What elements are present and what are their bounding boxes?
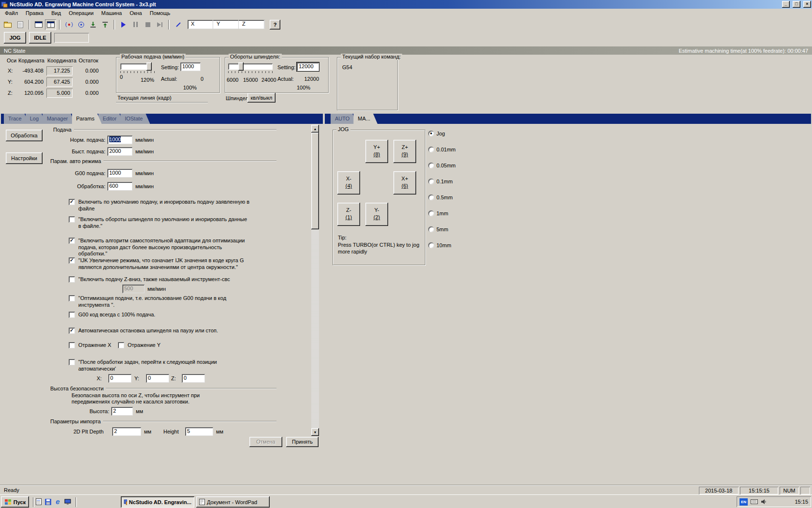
safety-height-section: Высота безопасности	[50, 386, 276, 391]
settings-params-button[interactable]: Настройки	[6, 152, 43, 164]
tab-trace[interactable]: Trace	[4, 114, 29, 124]
adaptive-algorithm-checkbox[interactable]: ✓	[69, 238, 75, 244]
normal-feed-input[interactable]: 1000	[107, 135, 132, 144]
step-option-jog[interactable]: ● Jog	[428, 131, 445, 136]
feed-slider-thumb[interactable]	[146, 62, 152, 71]
jog-y-minus-button[interactable]: Y- (2)	[365, 203, 388, 226]
jog-x-plus-button[interactable]: X+ (6)	[393, 171, 416, 194]
pos-y-input[interactable]: 0	[146, 374, 169, 383]
close-button[interactable]: ×	[803, 1, 811, 8]
axis-z-cell[interactable]: Z	[239, 20, 264, 29]
scroll-up-button[interactable]: ▲	[311, 125, 319, 133]
trace-mode-button[interactable]	[75, 19, 87, 30]
default-feed-checkbox[interactable]: ✓	[69, 199, 75, 205]
cancel-button[interactable]: Отмена	[249, 437, 282, 447]
quicklaunch-internet-button[interactable]: e	[53, 496, 62, 506]
menu-edit[interactable]: Правка	[22, 9, 47, 17]
task-wordpad-button[interactable]: Документ - WordPad	[196, 496, 270, 508]
export-button[interactable]	[14, 19, 26, 30]
ijk-increment-checkbox[interactable]: ✓	[69, 257, 75, 264]
scrollbar-thumb[interactable]	[311, 133, 319, 229]
maximize-button[interactable]: □	[793, 1, 800, 8]
step-option-005mm[interactable]: 0.05mm	[428, 163, 456, 168]
window-layout-button[interactable]	[33, 19, 44, 30]
fast-feed-input[interactable]: 2000	[107, 147, 132, 156]
axis-y-cell[interactable]: Y	[213, 20, 239, 29]
goto-next-position-checkbox[interactable]	[69, 359, 75, 365]
tab-iostate[interactable]: IOState	[120, 114, 150, 124]
safety-height-input[interactable]: 2	[111, 407, 133, 416]
stop-button[interactable]	[142, 19, 153, 30]
unload-program-button[interactable]	[100, 19, 111, 30]
default-spindle-checkbox[interactable]	[69, 216, 75, 223]
view-switch-button[interactable]	[45, 19, 56, 30]
handwheel-button[interactable]	[173, 19, 184, 30]
scrollbar-track[interactable]	[311, 133, 319, 428]
scroll-down-button[interactable]: ▼	[311, 428, 319, 436]
jog-z-plus-button[interactable]: Z+ (9)	[393, 140, 416, 163]
step-option-01mm[interactable]: 0.1mm	[428, 179, 453, 184]
step-option-10mm[interactable]: 10mm	[428, 242, 451, 248]
open-file-button[interactable]	[2, 19, 14, 30]
tab-auto[interactable]: AUTO	[331, 114, 357, 124]
minimize-button[interactable]: _	[782, 1, 790, 8]
processing-feed-input[interactable]: 600	[107, 182, 132, 191]
g00-full-feed-checkbox[interactable]	[69, 312, 75, 318]
menu-operations[interactable]: Операции	[65, 9, 97, 17]
mirror-y-checkbox[interactable]	[118, 342, 124, 348]
tab-manual[interactable]: MA...	[353, 114, 377, 124]
step-option-5mm[interactable]: 5mm	[428, 226, 448, 232]
work-coord-box[interactable]: 17.225	[46, 66, 72, 75]
zdown-feed-checkbox[interactable]	[69, 276, 75, 283]
start-button[interactable]: Пуск	[1, 496, 29, 508]
menu-help[interactable]: Помощь	[146, 9, 174, 17]
task-ncstudio-button[interactable]: NcStudio AD. Engravin...	[121, 496, 194, 508]
step-option-001mm[interactable]: 0.01mm	[428, 147, 456, 152]
pos-x-input[interactable]: 0	[108, 374, 131, 383]
demo-mode-button[interactable]	[63, 19, 74, 30]
plt-depth-input[interactable]: 2	[112, 427, 141, 436]
step-option-1mm[interactable]: 1mm	[428, 210, 448, 216]
mirror-x-checkbox[interactable]	[69, 342, 75, 348]
speaker-icon[interactable]	[761, 499, 767, 505]
idle-mode-button[interactable]: IDLE	[29, 32, 51, 44]
spindle-slider-thumb[interactable]	[238, 62, 244, 71]
apply-button[interactable]: Принять	[286, 437, 319, 447]
menu-file[interactable]: Файл	[1, 9, 22, 17]
pos-z-input[interactable]: 0	[182, 374, 205, 383]
keyboard-icon[interactable]	[751, 499, 758, 504]
auto-spindle-stop-checkbox[interactable]: ✓	[69, 328, 75, 334]
step-option-05mm[interactable]: 0.5mm	[428, 194, 453, 200]
g00-feed-input[interactable]: 1000	[107, 169, 132, 178]
start-button[interactable]	[118, 19, 129, 30]
language-indicator[interactable]: EN	[740, 498, 748, 506]
jog-x-minus-button[interactable]: X- (4)	[337, 171, 360, 194]
menu-view[interactable]: Вид	[47, 9, 65, 17]
tab-editor[interactable]: Editor	[98, 114, 124, 124]
quicklaunch-desktop-button[interactable]	[63, 497, 72, 507]
processing-params-button[interactable]: Обработка	[6, 130, 43, 141]
plt-height-input[interactable]: 5	[185, 427, 213, 436]
feed-setting-input[interactable]: 1000	[180, 62, 201, 71]
menu-machine[interactable]: Машина	[98, 9, 126, 17]
tab-params[interactable]: Params	[72, 114, 102, 124]
help-button[interactable]: ?	[270, 20, 280, 30]
pause-button[interactable]	[130, 19, 141, 30]
step-button[interactable]	[154, 19, 165, 30]
quicklaunch-save-button[interactable]	[44, 497, 53, 507]
tab-manager[interactable]: Manager	[43, 114, 75, 124]
spindle-setting-input[interactable]: 12000	[297, 62, 319, 71]
work-coord-box[interactable]: 5.000	[46, 89, 72, 98]
jog-y-plus-button[interactable]: Y+ (8)	[365, 140, 388, 163]
axis-x-cell[interactable]: X	[188, 20, 213, 29]
work-coord-box[interactable]: 67.425	[46, 77, 72, 87]
jog-z-minus-button[interactable]: Z- (1)	[337, 203, 360, 226]
spindle-slider-track[interactable]	[228, 63, 273, 70]
load-program-button[interactable]	[87, 19, 99, 30]
taskbar-clock[interactable]: 15:15	[795, 499, 808, 505]
menu-windows[interactable]: Окна	[126, 9, 146, 17]
spindle-toggle-button[interactable]: квл/выкл	[247, 93, 276, 103]
jog-mode-button[interactable]: JOG	[4, 32, 26, 44]
feed-optimization-checkbox[interactable]	[69, 295, 75, 301]
quicklaunch-document-button[interactable]	[34, 497, 43, 507]
